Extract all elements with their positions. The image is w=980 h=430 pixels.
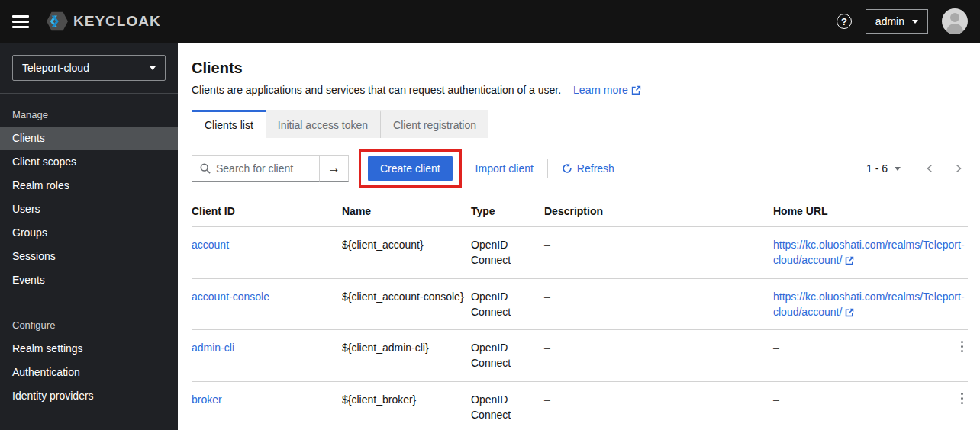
client-description-cell: – (544, 227, 773, 262)
keycloak-logo-icon (46, 11, 69, 32)
home-url-cell: https://kc.oluoshati.com/realms/Teleport… (773, 227, 971, 278)
row-actions-cell (948, 382, 968, 415)
search-icon (200, 163, 211, 174)
client-id-cell: account-console (192, 279, 342, 314)
realm-selector[interactable]: Teleport-cloud (12, 55, 166, 81)
search-box (192, 155, 320, 182)
client-id-cell: account (192, 227, 342, 262)
row-actions-cell (971, 227, 980, 260)
next-page-button[interactable] (954, 163, 963, 174)
create-client-button[interactable]: Create client (368, 156, 453, 181)
column-header: Description (544, 198, 773, 226)
topbar: KEYCLOAK ? admin (0, 0, 980, 43)
page-title: Clients (192, 59, 968, 77)
brand-text: KEYCLOAK (73, 13, 161, 30)
help-icon[interactable]: ? (837, 14, 852, 29)
hamburger-menu-icon[interactable] (12, 15, 29, 28)
sidebar-item-realm-settings[interactable]: Realm settings (0, 337, 178, 361)
table-row: account-console${client_account-console}… (192, 279, 968, 331)
sidebar-item-events[interactable]: Events (0, 268, 178, 292)
user-menu-label: admin (875, 15, 904, 27)
client-name-cell: ${client_broker} (342, 382, 471, 417)
client-name-cell: ${client_account-console} (342, 279, 471, 314)
client-type-cell: OpenID Connect (471, 279, 544, 330)
pagination-range-dropdown[interactable]: 1 - 6 (866, 162, 901, 175)
nav-section-title: Manage (0, 104, 178, 127)
kebab-menu-icon[interactable] (956, 390, 968, 407)
tab-initial-access-token[interactable]: Initial access token (266, 110, 380, 138)
avatar[interactable] (942, 8, 968, 34)
external-link-icon (845, 256, 854, 265)
column-header-actions (948, 198, 968, 214)
toolbar-divider (547, 159, 548, 178)
sidebar-item-users[interactable]: Users (0, 197, 178, 221)
highlight-annotation-box: Create client (359, 149, 462, 188)
row-actions-cell (971, 279, 980, 312)
client-type-cell: OpenID Connect (471, 227, 544, 278)
previous-page-button[interactable] (925, 163, 934, 174)
table-header-row: Client IDNameTypeDescriptionHome URL (192, 198, 968, 227)
pagination-top: 1 - 6 (866, 162, 968, 175)
client-id-link[interactable]: account (192, 239, 229, 251)
client-id-cell: admin-cli (192, 330, 342, 365)
client-id-link[interactable]: broker (192, 393, 222, 406)
chevron-down-icon (895, 167, 901, 171)
realm-selector-block: Teleport-cloud (0, 43, 178, 94)
sidebar: Teleport-cloud ManageClientsClient scope… (0, 43, 178, 430)
chevron-down-icon (912, 20, 918, 24)
table-row: account${client_account}OpenID Connect–h… (192, 227, 968, 279)
external-link-icon (631, 85, 641, 95)
learn-more-link[interactable]: Learn more (573, 84, 641, 96)
home-url-cell: – (773, 330, 948, 365)
search-submit-button[interactable]: → (320, 155, 349, 182)
nav-section-manage: ManageClientsClient scopesRealm rolesUse… (0, 104, 178, 292)
tab-client-registration[interactable]: Client registration (380, 110, 488, 138)
client-description-cell: – (544, 279, 773, 314)
client-id-link[interactable]: admin-cli (192, 342, 234, 354)
sidebar-item-clients[interactable]: Clients (0, 127, 178, 150)
row-actions-cell (948, 330, 968, 363)
table-row: broker${client_broker}OpenID Connect–– (192, 382, 968, 430)
client-id-cell: broker (192, 382, 342, 417)
realm-selector-value: Teleport-cloud (22, 62, 89, 74)
client-name-cell: ${client_account} (342, 227, 471, 262)
main-content: Clients Clients are applications and ser… (178, 43, 980, 430)
client-type-cell: OpenID Connect (471, 382, 544, 430)
home-url-cell: https://kc.oluoshati.com/realms/Teleport… (773, 279, 971, 330)
nav-section-configure: ConfigureRealm settingsAuthenticationIde… (0, 315, 178, 408)
table-row: admin-cli${client_admin-cli}OpenID Conne… (192, 330, 968, 382)
tab-bar: Clients listInitial access tokenClient r… (192, 110, 968, 138)
import-client-link[interactable]: Import client (475, 162, 534, 175)
sidebar-item-authentication[interactable]: Authentication (0, 361, 178, 384)
sidebar-item-sessions[interactable]: Sessions (0, 245, 178, 268)
kebab-menu-icon[interactable] (956, 338, 968, 355)
refresh-link[interactable]: Refresh (562, 162, 614, 175)
column-header: Name (342, 198, 471, 226)
toolbar: → Create client Import client Refresh 1 … (192, 149, 968, 188)
client-type-cell: OpenID Connect (471, 330, 544, 381)
chevron-down-icon (150, 66, 156, 70)
sidebar-item-identity-providers[interactable]: Identity providers (0, 384, 178, 408)
search-input[interactable] (216, 162, 308, 175)
column-header: Type (471, 198, 544, 226)
client-description-cell: – (544, 330, 773, 365)
sidebar-item-groups[interactable]: Groups (0, 221, 178, 245)
tab-clients-list[interactable]: Clients list (192, 110, 266, 138)
client-name-cell: ${client_admin-cli} (342, 330, 471, 365)
home-url-cell: – (773, 382, 948, 417)
column-header: Home URL (773, 198, 948, 226)
user-menu-dropdown[interactable]: admin (866, 9, 928, 34)
sidebar-item-realm-roles[interactable]: Realm roles (0, 174, 178, 197)
home-url-link[interactable]: https://kc.oluoshati.com/realms/Teleport… (773, 290, 965, 318)
nav-section-title: Configure (0, 315, 178, 337)
client-description-cell: – (544, 382, 773, 417)
sidebar-item-client-scopes[interactable]: Client scopes (0, 150, 178, 174)
page-description: Clients are applications and services th… (192, 84, 561, 96)
clients-table: Client IDNameTypeDescriptionHome URL acc… (192, 198, 968, 430)
column-header: Client ID (192, 198, 342, 226)
external-link-icon (845, 308, 854, 317)
refresh-icon (562, 163, 572, 174)
keycloak-logo: KEYCLOAK (46, 11, 161, 32)
home-url-link[interactable]: https://kc.oluoshati.com/realms/Teleport… (773, 239, 965, 266)
client-id-link[interactable]: account-console (192, 290, 269, 303)
